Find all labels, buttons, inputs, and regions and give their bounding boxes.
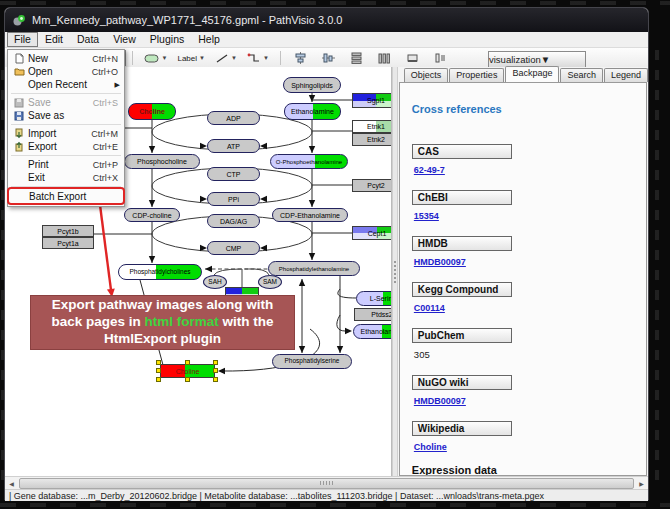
selection-handle[interactable] [213, 360, 218, 365]
menu-item-export[interactable]: Export Ctrl+E [8, 140, 124, 153]
node-choline-selected[interactable]: Choline [160, 364, 215, 378]
align-middle-button[interactable] [319, 50, 339, 66]
menu-item-save-as[interactable]: Save as [8, 109, 124, 122]
menu-bar: File Edit Data View Plugins Help [5, 32, 648, 48]
node-sgpl1[interactable]: Sgpl1 [352, 93, 392, 108]
datanode-tool-dropdown[interactable]: ▼ [142, 50, 170, 66]
selection-handle[interactable] [156, 368, 161, 373]
stack-icon [434, 52, 447, 64]
import-icon [12, 128, 26, 139]
label-tool-dropdown[interactable]: Label ▼ [175, 50, 207, 66]
connector-tool-dropdown[interactable]: ▼ [245, 50, 271, 66]
node-ptdss2[interactable]: Ptdss2 [354, 308, 392, 321]
node-ctp[interactable]: CTP [207, 167, 260, 181]
node-dag-ag[interactable]: DAG/AG [207, 214, 260, 228]
crossref-link[interactable]: HMDB00097 [414, 396, 634, 406]
distribute-horizontal-icon [378, 52, 391, 64]
align-center-button[interactable] [291, 50, 311, 66]
menu-file[interactable]: File [7, 32, 38, 47]
selection-handle[interactable] [213, 377, 218, 382]
node-sphingolipids[interactable]: Sphingolipids [283, 77, 341, 93]
selection-handle[interactable] [185, 360, 190, 365]
save-as-icon [12, 110, 26, 121]
tab-backpage[interactable]: Backpage [505, 66, 559, 82]
node-cdp-ethanolamine[interactable]: CDP-Ethanolamine [272, 208, 348, 222]
menu-item-save[interactable]: Save Ctrl+S [8, 96, 124, 109]
stack-button[interactable] [431, 50, 451, 66]
tab-search[interactable]: Search [560, 68, 603, 82]
toolbar-separator [280, 51, 281, 65]
crossref-link[interactable]: 15354 [414, 211, 634, 221]
distribute-horizontal-button[interactable] [375, 50, 395, 66]
menu-item-batch-export[interactable]: Batch Export [9, 189, 123, 203]
status-text: | Gene database: ...m_Derby_20120602.bri… [9, 491, 544, 501]
node-ethanolamine-2[interactable]: Ethanolamine [353, 324, 392, 339]
node-phosphatidylcholines[interactable]: Phosphatidylcholines [118, 264, 202, 280]
title-bar: Mm_Kennedy_pathway_WP1771_45176.gpml - P… [5, 8, 648, 32]
menu-item-new[interactable]: New Ctrl+N [8, 52, 124, 65]
crossref-link[interactable]: Choline [414, 442, 634, 452]
node-o-phosphoethanolamine[interactable]: O-Phosphoethanolamine [270, 154, 348, 169]
node-pcyt2[interactable]: Pcyt2 [352, 179, 392, 192]
scroll-right-icon[interactable]: ▶ [635, 478, 648, 489]
node-cdp-choline[interactable]: CDP-choline [124, 208, 180, 222]
node-sah[interactable]: SAH [203, 275, 227, 289]
menu-item-open[interactable]: Open Ctrl+O [8, 65, 124, 78]
app-icon [13, 14, 26, 27]
scrollbar-thumb[interactable] [19, 478, 634, 489]
frame-dashes-top [0, 1, 670, 5]
node-phosphatidylserine[interactable]: Phosphatidylserine [272, 354, 352, 369]
crossref-section-kegg: Kegg Compound C00114 [412, 279, 634, 313]
node-cept1[interactable]: Cept1 [352, 226, 392, 240]
node-etnk2[interactable]: Etnk2 [352, 133, 392, 146]
node-atp[interactable]: ATP [207, 139, 260, 153]
common-size-button[interactable] [403, 50, 423, 66]
node-sam[interactable]: SAM [258, 275, 282, 289]
tab-properties[interactable]: Properties [449, 68, 504, 82]
selection-handle[interactable] [156, 360, 161, 365]
annotation-callout: Export pathway images along with back pa… [30, 295, 295, 350]
node-ethanolamine[interactable]: Ethanolamine [284, 103, 341, 120]
chevron-down-icon[interactable]: ▼ [541, 54, 550, 65]
horizontal-scrollbar[interactable]: ◀ ▶ [5, 476, 648, 489]
selection-handle[interactable] [156, 377, 161, 382]
node-adp[interactable]: ADP [207, 111, 260, 125]
crossref-section-pubchem: PubChem 305 [412, 325, 634, 360]
distribute-vertical-icon [350, 52, 363, 64]
node-ppi[interactable]: PPi [207, 192, 260, 206]
new-file-icon [12, 53, 26, 64]
scroll-left-icon[interactable]: ◀ [5, 478, 18, 489]
crossref-section-cas: CAS 62-49-7 [412, 141, 634, 175]
menu-help[interactable]: Help [191, 33, 227, 46]
crossref-link[interactable]: C00114 [414, 303, 634, 313]
menu-item-exit[interactable]: Exit Ctrl+X [8, 171, 124, 184]
app-window: Mm_Kennedy_pathway_WP1771_45176.gpml - P… [4, 7, 649, 501]
crossref-link[interactable]: HMDB00097 [414, 257, 634, 267]
menu-view[interactable]: View [106, 33, 143, 46]
node-pcyt1a[interactable]: Pcyt1a [42, 237, 94, 249]
node-etnk1[interactable]: Etnk1 [352, 120, 392, 133]
line-tool-dropdown[interactable]: ▼ [213, 50, 239, 66]
crossref-link[interactable]: 62-49-7 [414, 165, 634, 175]
menu-edit[interactable]: Edit [38, 33, 70, 46]
connector-icon [247, 53, 261, 64]
menu-data[interactable]: Data [70, 33, 106, 46]
menu-item-open-recent[interactable]: Open Recent ▶ [8, 78, 124, 91]
node-pcyt1b[interactable]: Pcyt1b [42, 225, 94, 237]
node-l-serine[interactable]: L-Serine [356, 291, 392, 306]
menu-item-import[interactable]: Import Ctrl+M [8, 127, 124, 140]
crossref-section-hmdb: HMDB HMDB00097 [412, 233, 634, 267]
node-phosphocholine[interactable]: Phosphocholine [124, 154, 200, 169]
selection-handle[interactable] [185, 377, 190, 382]
tab-legend[interactable]: Legend [604, 68, 648, 82]
node-phosphatidylethanolamine[interactable]: Phosphatidylethanolamine [268, 261, 360, 276]
selection-handle[interactable] [213, 368, 218, 373]
tab-objects[interactable]: Objects [404, 68, 449, 82]
menu-separator [11, 124, 121, 125]
menu-plugins[interactable]: Plugins [143, 33, 191, 46]
crossref-db-name: NuGO wiki [412, 375, 512, 390]
menu-item-print[interactable]: Print Ctrl+P [8, 158, 124, 171]
node-choline[interactable]: Choline [128, 103, 176, 120]
node-cmp[interactable]: CMP [207, 241, 260, 255]
distribute-vertical-button[interactable] [347, 50, 367, 66]
